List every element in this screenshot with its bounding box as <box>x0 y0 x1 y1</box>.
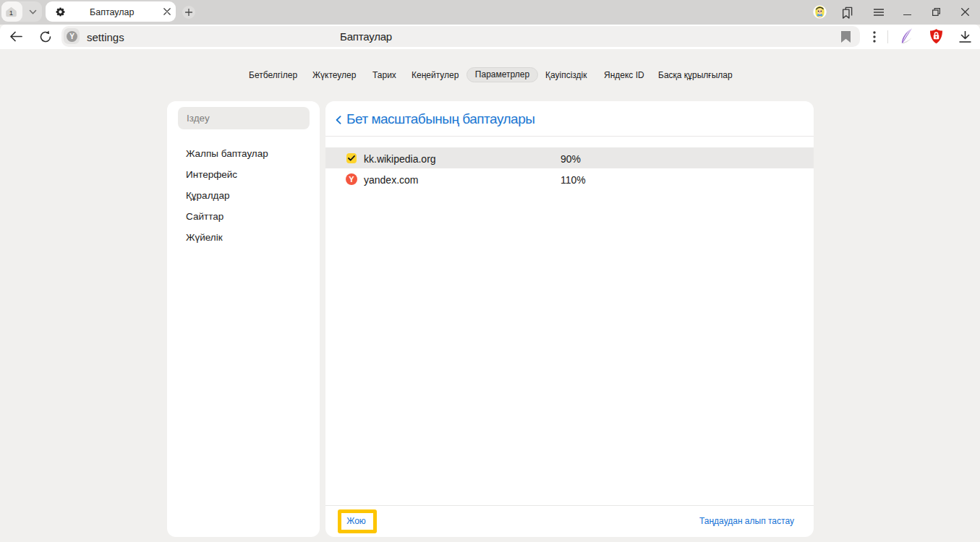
svg-text:1: 1 <box>9 8 13 16</box>
